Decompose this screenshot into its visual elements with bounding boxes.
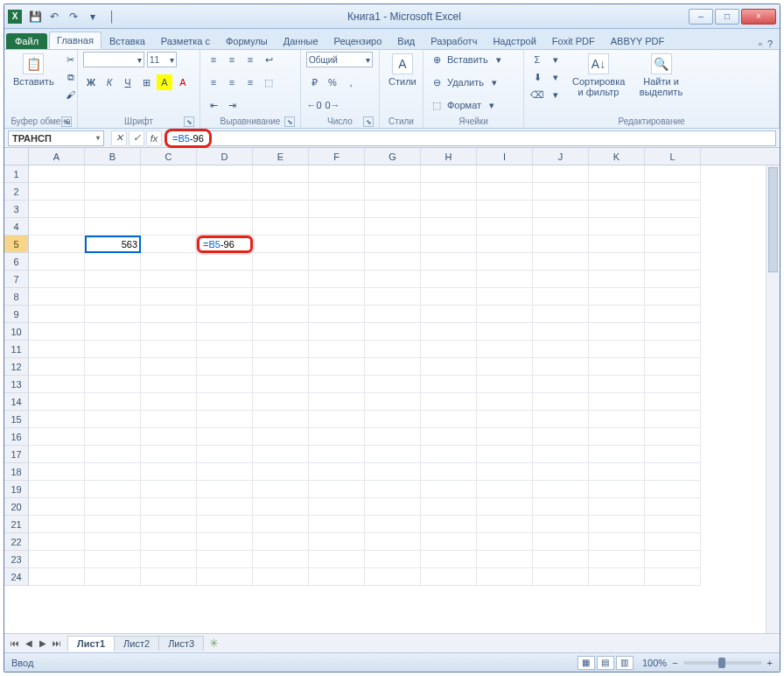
- cell-H7[interactable]: [421, 271, 477, 288]
- cell-E6[interactable]: [253, 253, 309, 271]
- col-header-K[interactable]: K: [589, 148, 645, 165]
- cell-B8[interactable]: [85, 288, 141, 306]
- cell-A17[interactable]: [29, 446, 85, 463]
- cell-C4[interactable]: [141, 218, 197, 236]
- decrease-indent-icon[interactable]: ⇤: [206, 97, 221, 113]
- font-name-select[interactable]: ▾: [83, 52, 144, 67]
- cell-A19[interactable]: [29, 481, 85, 498]
- cell-C6[interactable]: [141, 253, 197, 271]
- name-box-dropdown-icon[interactable]: ▾: [96, 134, 100, 142]
- delete-dd-icon[interactable]: ▾: [486, 74, 502, 90]
- insert-cell-icon[interactable]: ⊕: [429, 52, 444, 67]
- increase-decimal-icon[interactable]: ←0: [306, 97, 322, 113]
- cell-K12[interactable]: [589, 358, 645, 376]
- cell-C22[interactable]: [141, 533, 197, 551]
- align-left-icon[interactable]: ≡: [206, 74, 221, 90]
- number-format-select[interactable]: Общий▾: [306, 52, 373, 67]
- cell-L10[interactable]: [645, 323, 701, 341]
- cell-B20[interactable]: [85, 498, 141, 516]
- cell-A6[interactable]: [29, 253, 85, 271]
- cell-C19[interactable]: [141, 481, 197, 498]
- cell-G22[interactable]: [365, 533, 421, 551]
- cell-D13[interactable]: [197, 376, 253, 393]
- cell-H3[interactable]: [421, 201, 477, 218]
- cell-D3[interactable]: [197, 201, 253, 218]
- cell-G1[interactable]: [365, 165, 421, 183]
- cell-B5[interactable]: 563: [85, 236, 141, 253]
- cell-G20[interactable]: [365, 498, 421, 516]
- zoom-in-icon[interactable]: +: [767, 658, 773, 668]
- cell-D24[interactable]: [197, 568, 253, 586]
- cell-G5[interactable]: [365, 236, 421, 253]
- cell-B7[interactable]: [85, 271, 141, 288]
- tab-view[interactable]: Вид: [389, 32, 423, 49]
- cell-G6[interactable]: [365, 253, 421, 271]
- cell-A14[interactable]: [29, 393, 85, 411]
- cell-I3[interactable]: [477, 201, 533, 218]
- cell-C16[interactable]: [141, 428, 197, 446]
- col-header-J[interactable]: J: [533, 148, 589, 165]
- row-header-10[interactable]: 10: [4, 323, 28, 341]
- cell-F15[interactable]: [309, 411, 365, 428]
- cell-K3[interactable]: [589, 201, 645, 218]
- cell-E22[interactable]: [253, 533, 309, 551]
- tab-review[interactable]: Рецензиро: [326, 32, 390, 49]
- cell-I8[interactable]: [477, 288, 533, 306]
- minimize-button[interactable]: –: [689, 9, 713, 25]
- cell-J24[interactable]: [533, 568, 589, 586]
- cell-G17[interactable]: [365, 446, 421, 463]
- cell-C5[interactable]: [141, 236, 197, 253]
- cell-A9[interactable]: [29, 306, 85, 323]
- cell-K7[interactable]: [589, 271, 645, 288]
- cell-F21[interactable]: [309, 516, 365, 533]
- cell-K18[interactable]: [589, 463, 645, 481]
- cell-J8[interactable]: [533, 288, 589, 306]
- nav-prev-icon[interactable]: ◀: [22, 637, 36, 651]
- font-size-select[interactable]: 11▾: [147, 52, 177, 67]
- cell-F6[interactable]: [309, 253, 365, 271]
- cell-I12[interactable]: [477, 358, 533, 376]
- currency-icon[interactable]: ₽: [306, 74, 322, 90]
- cell-B11[interactable]: [85, 341, 141, 358]
- cell-F23[interactable]: [309, 551, 365, 568]
- cell-C1[interactable]: [141, 165, 197, 183]
- cell-C17[interactable]: [141, 446, 197, 463]
- fx-icon[interactable]: fx: [146, 130, 162, 146]
- sheet-tab-3[interactable]: Лист3: [158, 636, 204, 651]
- cell-L22[interactable]: [645, 533, 701, 551]
- cell-H24[interactable]: [421, 568, 477, 586]
- cell-B22[interactable]: [85, 533, 141, 551]
- zoom-slider-thumb[interactable]: [718, 658, 725, 668]
- cell-I10[interactable]: [477, 323, 533, 341]
- cell-L24[interactable]: [645, 568, 701, 586]
- tab-developer[interactable]: Разработч: [423, 32, 485, 49]
- cell-C8[interactable]: [141, 288, 197, 306]
- cell-C23[interactable]: [141, 551, 197, 568]
- cell-D20[interactable]: [197, 498, 253, 516]
- row-header-23[interactable]: 23: [4, 551, 28, 568]
- cell-D2[interactable]: [197, 183, 253, 201]
- cell-K23[interactable]: [589, 551, 645, 568]
- cell-E7[interactable]: [253, 271, 309, 288]
- cell-F10[interactable]: [309, 323, 365, 341]
- row-header-1[interactable]: 1: [4, 165, 28, 183]
- cell-E23[interactable]: [253, 551, 309, 568]
- cell-K17[interactable]: [589, 446, 645, 463]
- cell-A12[interactable]: [29, 358, 85, 376]
- cell-G2[interactable]: [365, 183, 421, 201]
- cell-D11[interactable]: [197, 341, 253, 358]
- cell-H1[interactable]: [421, 165, 477, 183]
- cell-J22[interactable]: [533, 533, 589, 551]
- cell-H20[interactable]: [421, 498, 477, 516]
- cell-A22[interactable]: [29, 533, 85, 551]
- cell-E19[interactable]: [253, 481, 309, 498]
- cell-K8[interactable]: [589, 288, 645, 306]
- cell-H10[interactable]: [421, 323, 477, 341]
- cell-I4[interactable]: [477, 218, 533, 236]
- cell-F20[interactable]: [309, 498, 365, 516]
- cell-J19[interactable]: [533, 481, 589, 498]
- row-header-8[interactable]: 8: [4, 288, 28, 306]
- cell-J16[interactable]: [533, 428, 589, 446]
- cell-F3[interactable]: [309, 201, 365, 218]
- cell-E15[interactable]: [253, 411, 309, 428]
